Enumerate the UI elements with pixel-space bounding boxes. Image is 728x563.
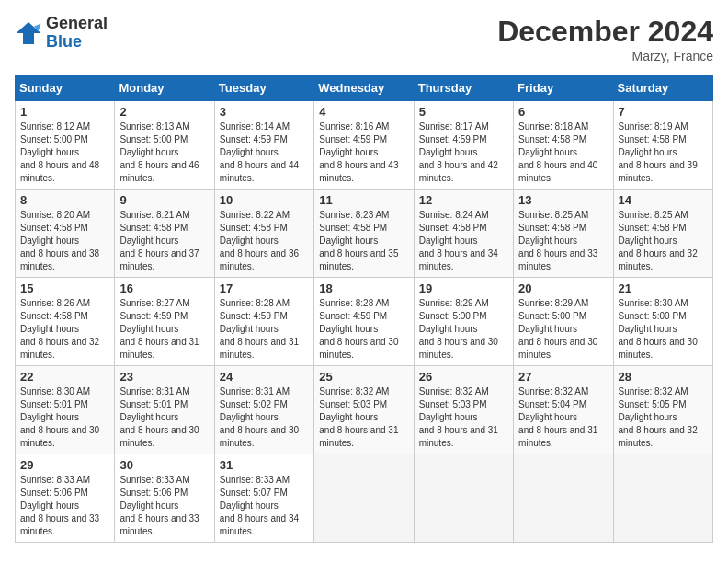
table-row bbox=[314, 454, 414, 543]
table-row: 17 Sunrise: 8:28 AM Sunset: 4:59 PM Dayl… bbox=[214, 278, 313, 366]
day-number: 10 bbox=[220, 193, 309, 207]
logo: General Blue bbox=[15, 15, 108, 52]
day-info: Sunrise: 8:31 AM Sunset: 5:01 PM Dayligh… bbox=[119, 385, 209, 450]
day-number: 9 bbox=[119, 193, 209, 207]
day-number: 23 bbox=[119, 370, 209, 384]
day-number: 16 bbox=[119, 282, 209, 295]
day-info: Sunrise: 8:12 AM Sunset: 5:00 PM Dayligh… bbox=[20, 121, 109, 185]
table-row: 4 Sunrise: 8:16 AM Sunset: 4:59 PM Dayli… bbox=[314, 101, 414, 190]
day-info: Sunrise: 8:23 AM Sunset: 4:58 PM Dayligh… bbox=[319, 209, 408, 273]
table-row: 31 Sunrise: 8:33 AM Sunset: 5:07 PM Dayl… bbox=[214, 454, 313, 543]
day-number: 14 bbox=[619, 193, 708, 207]
day-info: Sunrise: 8:25 AM Sunset: 4:58 PM Dayligh… bbox=[619, 209, 708, 273]
location: Marzy, France bbox=[497, 49, 713, 63]
table-row: 28 Sunrise: 8:32 AM Sunset: 5:05 PM Dayl… bbox=[613, 366, 712, 454]
day-info: Sunrise: 8:29 AM Sunset: 5:00 PM Dayligh… bbox=[419, 297, 508, 362]
day-number: 25 bbox=[319, 370, 408, 384]
header-row: Sunday Monday Tuesday Wednesday Thursday… bbox=[16, 75, 713, 101]
day-number: 20 bbox=[518, 282, 608, 295]
page-header: General Blue December 2024 Marzy, France bbox=[15, 15, 713, 63]
title-block: December 2024 Marzy, France bbox=[497, 15, 713, 63]
day-number: 28 bbox=[619, 370, 708, 384]
table-row: 25 Sunrise: 8:32 AM Sunset: 5:03 PM Dayl… bbox=[314, 366, 414, 454]
table-row: 8 Sunrise: 8:20 AM Sunset: 4:58 PM Dayli… bbox=[16, 190, 115, 278]
col-thursday: Thursday bbox=[414, 75, 513, 101]
day-info: Sunrise: 8:30 AM Sunset: 5:01 PM Dayligh… bbox=[20, 385, 109, 450]
table-row bbox=[613, 454, 712, 543]
day-number: 12 bbox=[419, 193, 508, 207]
logo-icon bbox=[15, 20, 42, 46]
col-saturday: Saturday bbox=[613, 75, 712, 101]
day-number: 2 bbox=[119, 105, 209, 119]
table-row bbox=[514, 454, 613, 543]
day-number: 6 bbox=[518, 105, 608, 119]
table-row: 20 Sunrise: 8:29 AM Sunset: 5:00 PM Dayl… bbox=[514, 278, 613, 366]
day-number: 29 bbox=[20, 458, 109, 472]
table-row: 26 Sunrise: 8:32 AM Sunset: 5:03 PM Dayl… bbox=[414, 366, 513, 454]
month-title: December 2024 bbox=[497, 15, 713, 49]
day-info: Sunrise: 8:33 AM Sunset: 5:07 PM Dayligh… bbox=[220, 474, 309, 538]
table-row: 30 Sunrise: 8:33 AM Sunset: 5:06 PM Dayl… bbox=[115, 454, 214, 543]
day-number: 24 bbox=[220, 370, 309, 384]
table-row: 5 Sunrise: 8:17 AM Sunset: 4:59 PM Dayli… bbox=[414, 101, 513, 190]
day-info: Sunrise: 8:33 AM Sunset: 5:06 PM Dayligh… bbox=[20, 474, 109, 538]
day-number: 7 bbox=[619, 105, 708, 119]
day-number: 15 bbox=[20, 282, 109, 295]
day-info: Sunrise: 8:13 AM Sunset: 5:00 PM Dayligh… bbox=[119, 121, 209, 185]
day-info: Sunrise: 8:22 AM Sunset: 4:58 PM Dayligh… bbox=[220, 209, 309, 273]
col-sunday: Sunday bbox=[16, 75, 115, 101]
table-row: 12 Sunrise: 8:24 AM Sunset: 4:58 PM Dayl… bbox=[414, 190, 513, 278]
table-row: 10 Sunrise: 8:22 AM Sunset: 4:58 PM Dayl… bbox=[214, 190, 313, 278]
table-row: 16 Sunrise: 8:27 AM Sunset: 4:59 PM Dayl… bbox=[115, 278, 214, 366]
day-number: 17 bbox=[220, 282, 309, 295]
day-number: 26 bbox=[419, 370, 508, 384]
day-info: Sunrise: 8:16 AM Sunset: 4:59 PM Dayligh… bbox=[319, 121, 408, 185]
table-row: 22 Sunrise: 8:30 AM Sunset: 5:01 PM Dayl… bbox=[16, 366, 115, 454]
day-number: 11 bbox=[319, 193, 408, 207]
day-number: 22 bbox=[20, 370, 109, 384]
day-info: Sunrise: 8:21 AM Sunset: 4:58 PM Dayligh… bbox=[119, 209, 209, 273]
logo-line2: Blue bbox=[46, 33, 108, 52]
table-row: 13 Sunrise: 8:25 AM Sunset: 4:58 PM Dayl… bbox=[514, 190, 613, 278]
table-row bbox=[414, 454, 513, 543]
day-number: 18 bbox=[319, 282, 408, 295]
day-number: 3 bbox=[220, 105, 309, 119]
table-row: 9 Sunrise: 8:21 AM Sunset: 4:58 PM Dayli… bbox=[115, 190, 214, 278]
table-row: 3 Sunrise: 8:14 AM Sunset: 4:59 PM Dayli… bbox=[214, 101, 313, 190]
day-info: Sunrise: 8:18 AM Sunset: 4:58 PM Dayligh… bbox=[518, 121, 608, 185]
day-info: Sunrise: 8:26 AM Sunset: 4:58 PM Dayligh… bbox=[20, 297, 109, 362]
day-info: Sunrise: 8:28 AM Sunset: 4:59 PM Dayligh… bbox=[220, 297, 309, 362]
day-number: 31 bbox=[220, 458, 309, 472]
day-info: Sunrise: 8:31 AM Sunset: 5:02 PM Dayligh… bbox=[220, 385, 309, 450]
table-row: 7 Sunrise: 8:19 AM Sunset: 4:58 PM Dayli… bbox=[613, 101, 712, 190]
day-info: Sunrise: 8:28 AM Sunset: 4:59 PM Dayligh… bbox=[319, 297, 408, 362]
col-wednesday: Wednesday bbox=[314, 75, 414, 101]
table-row: 23 Sunrise: 8:31 AM Sunset: 5:01 PM Dayl… bbox=[115, 366, 214, 454]
day-number: 1 bbox=[20, 105, 109, 119]
day-number: 5 bbox=[419, 105, 508, 119]
day-info: Sunrise: 8:32 AM Sunset: 5:04 PM Dayligh… bbox=[518, 385, 608, 450]
day-info: Sunrise: 8:32 AM Sunset: 5:03 PM Dayligh… bbox=[319, 385, 408, 450]
day-info: Sunrise: 8:14 AM Sunset: 4:59 PM Dayligh… bbox=[220, 121, 309, 185]
table-row: 6 Sunrise: 8:18 AM Sunset: 4:58 PM Dayli… bbox=[514, 101, 613, 190]
day-info: Sunrise: 8:25 AM Sunset: 4:58 PM Dayligh… bbox=[518, 209, 608, 273]
table-row: 14 Sunrise: 8:25 AM Sunset: 4:58 PM Dayl… bbox=[613, 190, 712, 278]
day-info: Sunrise: 8:32 AM Sunset: 5:03 PM Dayligh… bbox=[419, 385, 508, 450]
table-row: 11 Sunrise: 8:23 AM Sunset: 4:58 PM Dayl… bbox=[314, 190, 414, 278]
day-number: 21 bbox=[619, 282, 708, 295]
day-info: Sunrise: 8:32 AM Sunset: 5:05 PM Dayligh… bbox=[619, 385, 708, 450]
day-info: Sunrise: 8:17 AM Sunset: 4:59 PM Dayligh… bbox=[419, 121, 508, 185]
day-number: 27 bbox=[518, 370, 608, 384]
col-tuesday: Tuesday bbox=[214, 75, 313, 101]
day-number: 13 bbox=[518, 193, 608, 207]
day-number: 19 bbox=[419, 282, 508, 295]
table-row: 19 Sunrise: 8:29 AM Sunset: 5:00 PM Dayl… bbox=[414, 278, 513, 366]
day-info: Sunrise: 8:24 AM Sunset: 4:58 PM Dayligh… bbox=[419, 209, 508, 273]
day-info: Sunrise: 8:29 AM Sunset: 5:00 PM Dayligh… bbox=[518, 297, 608, 362]
day-info: Sunrise: 8:20 AM Sunset: 4:58 PM Dayligh… bbox=[20, 209, 109, 273]
day-number: 4 bbox=[319, 105, 408, 119]
table-row: 29 Sunrise: 8:33 AM Sunset: 5:06 PM Dayl… bbox=[16, 454, 115, 543]
table-row: 15 Sunrise: 8:26 AM Sunset: 4:58 PM Dayl… bbox=[16, 278, 115, 366]
col-monday: Monday bbox=[115, 75, 214, 101]
table-row: 24 Sunrise: 8:31 AM Sunset: 5:02 PM Dayl… bbox=[214, 366, 313, 454]
